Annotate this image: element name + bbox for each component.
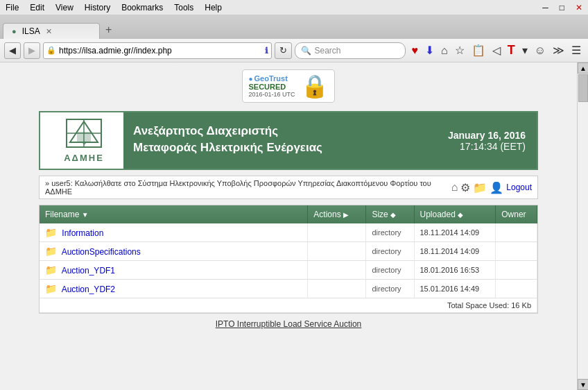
padlock-icon: 🔒 — [301, 73, 329, 99]
scroll-thumb[interactable] — [578, 74, 588, 102]
user-icon[interactable]: 👤 — [490, 181, 503, 194]
file-actions-cell — [308, 242, 366, 261]
logout-link[interactable]: Logout — [506, 183, 532, 192]
window-close[interactable]: ✕ — [573, 2, 585, 13]
hamburger-icon[interactable]: ☰ — [569, 42, 584, 58]
scrollbar[interactable]: ▲ ▼ — [577, 62, 588, 390]
menu-edit[interactable]: Edit — [27, 2, 47, 13]
window-maximize[interactable]: □ — [557, 2, 567, 13]
header-datetime: January 16, 2016 17:14:34 (EET) — [448, 130, 531, 152]
search-box[interactable]: 🔍 Search — [295, 42, 406, 59]
file-link[interactable]: Auction_YDF2 — [62, 285, 115, 294]
folder-icon: 📁 — [45, 227, 57, 238]
menu-history[interactable]: History — [82, 2, 113, 13]
content-wrapper: ● GeoTrust SECURED 2016-01-16 UTC 🔒 — [0, 62, 588, 390]
file-size-cell: directory — [366, 242, 414, 261]
file-link[interactable]: Auction_YDF1 — [62, 266, 115, 275]
uploaded-sort-icon: ◆ — [458, 211, 463, 219]
file-uploaded-cell: 18.11.2014 14:09 — [414, 223, 496, 242]
t-icon[interactable]: T — [505, 42, 518, 59]
search-input[interactable]: Search — [314, 46, 340, 56]
adhmh-logo: ⊕ ΑΔΜΗΕ — [63, 118, 105, 163]
col-header-size[interactable]: Size ◆ — [366, 205, 414, 223]
bookmark-icon[interactable]: 📋 — [469, 42, 488, 58]
tab-close-button[interactable]: ✕ — [46, 27, 52, 36]
file-name-cell: 📁 Information — [40, 223, 308, 242]
file-owner-cell — [496, 242, 537, 261]
folder-nav-icon[interactable]: 📁 — [473, 181, 487, 194]
col-header-uploaded[interactable]: Uploaded ◆ — [414, 205, 496, 223]
folder-icon: 📁 — [45, 264, 57, 275]
smiley-icon[interactable]: ☺ — [532, 43, 548, 58]
file-size-cell: directory — [366, 261, 414, 280]
menu-help[interactable]: Help — [202, 2, 225, 13]
site-header: ⊕ ΑΔΜΗΕ Ανεξάρτητος Διαχειριστής Μεταφορ… — [39, 111, 538, 170]
file-table-container: Filename ▼ Actions ▶ Size ◆ — [39, 205, 538, 314]
search-icon: 🔍 — [301, 46, 311, 56]
home-nav-icon[interactable]: ⌂ — [451, 181, 458, 194]
scroll-track — [578, 74, 588, 379]
browser-tab[interactable]: ● ILSA ✕ — [3, 23, 100, 39]
folder-icon: 📁 — [45, 283, 57, 294]
tab-favicon: ● — [12, 27, 17, 35]
folder-icon: 📁 — [45, 246, 57, 257]
info-icon[interactable]: ℹ — [265, 46, 268, 56]
logo-box: ⊕ ΑΔΜΗΕ — [46, 118, 122, 163]
settings-icon[interactable]: ⚙ — [460, 181, 470, 194]
back-button[interactable]: ◀ — [4, 42, 21, 59]
header-title: Ανεξάρτητος Διαχειριστής Μεταφοράς Ηλεκτ… — [122, 121, 448, 160]
heart-icon[interactable]: ♥ — [408, 43, 421, 58]
geotrust-logo: ● GeoTrust — [248, 74, 295, 83]
file-link[interactable]: AuctionSpecifications — [62, 247, 141, 257]
file-uploaded-cell: 18.01.2016 16:53 — [414, 261, 496, 280]
new-tab-button[interactable]: + — [100, 21, 117, 39]
menu-bar: File Edit View History Bookmarks Tools H… — [0, 0, 588, 15]
file-name-cell: 📁 Auction_YDF2 — [40, 280, 308, 298]
menu-view[interactable]: View — [53, 2, 76, 13]
menu-tools[interactable]: Tools — [171, 2, 196, 13]
file-owner-cell — [496, 223, 537, 242]
total-space-label: Total Space Used: 16 Kb — [447, 301, 531, 310]
header-title-line1: Ανεξάρτητος Διαχειριστής — [133, 124, 437, 138]
file-owner-cell — [496, 280, 537, 298]
menu-file[interactable]: File — [3, 2, 21, 13]
download-icon[interactable]: ⬇ — [422, 42, 437, 58]
page-footer[interactable]: IPTO Interruptible Load Service Auction — [216, 319, 362, 329]
address-bar[interactable]: 🔒 https://ilsa.admie.gr//index.php ℹ — [43, 42, 272, 59]
table-header-row: Filename ▼ Actions ▶ Size ◆ — [40, 205, 537, 223]
col-header-owner[interactable]: Owner — [496, 205, 537, 223]
scroll-up-button[interactable]: ▲ — [578, 62, 588, 74]
file-owner-cell — [496, 261, 537, 280]
chevron-down-icon[interactable]: ▾ — [519, 42, 530, 58]
more-icon[interactable]: ≫ — [550, 42, 567, 58]
header-time: 17:14:34 (EET) — [448, 141, 526, 152]
forward-button[interactable]: ▶ — [24, 42, 40, 59]
home-icon[interactable]: ⌂ — [438, 43, 451, 58]
menu-bookmarks[interactable]: Bookmarks — [119, 2, 166, 13]
toolbar-icons: ♥ ⬇ ⌂ ☆ 📋 ◁ T ▾ ☺ ≫ ☰ — [408, 42, 584, 59]
adhmh-symbol: ⊕ — [63, 118, 105, 153]
refresh-button[interactable]: ↻ — [275, 42, 292, 59]
left-arrow-icon[interactable]: ◁ — [490, 42, 503, 58]
table-row: 📁 Information directory 18.11.2014 14:09 — [40, 223, 537, 242]
file-size-cell: directory — [366, 280, 414, 298]
file-name-cell: 📁 Auction_YDF1 — [40, 261, 308, 280]
address-text: https://ilsa.admie.gr//index.php — [59, 46, 262, 56]
footer-text: IPTO Interruptible Load Service Auction — [216, 319, 362, 329]
star-icon[interactable]: ☆ — [452, 42, 467, 58]
scroll-down-button[interactable]: ▼ — [578, 379, 588, 390]
lock-icon: 🔒 — [46, 46, 56, 55]
table-row: 📁 AuctionSpecifications directory 18.11.… — [40, 242, 537, 261]
file-link[interactable]: Information — [62, 228, 103, 238]
geotrust-badge: ● GeoTrust SECURED 2016-01-16 UTC 🔒 — [242, 69, 334, 103]
window-minimize[interactable]: ─ — [539, 2, 551, 13]
file-actions-cell — [308, 280, 366, 298]
col-header-actions[interactable]: Actions ▶ — [308, 205, 366, 223]
nav-bar: ◀ ▶ 🔒 https://ilsa.admie.gr//index.php ℹ… — [0, 39, 588, 62]
col-header-filename[interactable]: Filename ▼ — [40, 205, 308, 223]
geotrust-text: ● GeoTrust SECURED 2016-01-16 UTC — [248, 74, 295, 98]
svg-rect-5 — [77, 132, 91, 142]
total-space-row: Total Space Used: 16 Kb — [40, 298, 537, 313]
table-row: 📁 Auction_YDF1 directory 18.01.2016 16:5… — [40, 261, 537, 280]
header-title-line2: Μεταφοράς Ηλεκτρικής Ενέργειας — [133, 141, 437, 155]
